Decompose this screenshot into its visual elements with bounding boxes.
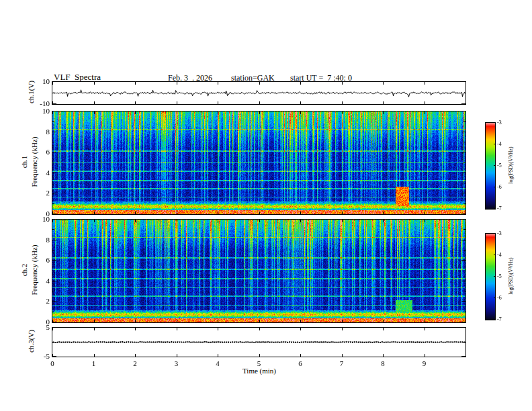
- x-tick-mark: [177, 101, 177, 104]
- y-tick-label: 6: [32, 256, 50, 264]
- y-tick-mark: [461, 327, 466, 328]
- x-tick-mark: [177, 111, 177, 114]
- x-tick-mark: [135, 82, 136, 85]
- y-tick-mark: [52, 152, 56, 152]
- x-tick-mark: [425, 212, 425, 214]
- x-tick-mark: [94, 82, 95, 85]
- y-tick-mark: [463, 312, 466, 312]
- colorbar-tick-label: -5: [497, 273, 502, 279]
- x-tick-mark: [177, 82, 177, 85]
- ch3-voltage-axis-label: ch.3(V): [27, 330, 35, 353]
- colorbar-tick-mark: [494, 298, 496, 298]
- y-tick-mark: [461, 193, 466, 193]
- x-tick-mark: [52, 220, 53, 222]
- x-tick-mark: [300, 212, 301, 214]
- y-tick-mark: [463, 93, 466, 93]
- x-tick-mark: [218, 111, 218, 114]
- y-tick-mark: [52, 260, 56, 261]
- x-tick-label: 8: [381, 359, 385, 367]
- x-tick-label: 4: [216, 359, 220, 367]
- colorbar-tick-mark: [494, 276, 496, 277]
- x-tick-mark: [218, 328, 218, 330]
- x-tick-mark: [466, 111, 466, 114]
- x-tick-mark: [342, 328, 343, 330]
- y-tick-label: 10: [32, 215, 50, 223]
- y-tick-mark: [461, 132, 466, 132]
- ch2-spectrogram-canvas: [52, 220, 466, 322]
- x-tick-mark: [383, 212, 384, 214]
- y-tick-mark: [52, 81, 56, 82]
- x-tick-mark: [135, 212, 136, 214]
- y-tick-mark: [463, 183, 466, 183]
- x-tick-mark: [52, 111, 53, 114]
- ch3-waveform-canvas: [52, 328, 466, 357]
- y-tick-mark: [52, 93, 54, 93]
- time-axis-label: Time (min): [242, 367, 276, 375]
- x-tick-mark: [425, 101, 425, 104]
- y-tick-mark: [52, 214, 56, 214]
- x-tick-label: 3: [175, 359, 179, 367]
- x-tick-mark: [94, 111, 95, 114]
- y-tick-mark: [463, 250, 466, 250]
- x-tick-mark: [218, 220, 218, 222]
- colorbar-tick-mark: [494, 319, 496, 320]
- colorbar-tick-mark: [494, 144, 496, 144]
- x-tick-mark: [135, 328, 136, 330]
- x-tick-mark: [466, 101, 466, 104]
- colorbar-tick-label: -4: [497, 252, 502, 258]
- ch3-waveform-panel: [52, 327, 466, 357]
- x-tick-mark: [259, 82, 260, 85]
- colorbar-tick-label: -5: [497, 163, 502, 169]
- ch1-spectrogram-canvas: [52, 111, 466, 214]
- y-tick-label: 8: [32, 236, 50, 244]
- colorbar-tick-label: -6: [497, 295, 502, 301]
- colorbar-tick-mark: [494, 187, 496, 187]
- x-tick-mark: [177, 212, 177, 214]
- x-tick-mark: [177, 354, 177, 357]
- ch2-frequency-axis-label: Frequency (kHz): [30, 245, 38, 295]
- y-tick-mark: [461, 301, 466, 302]
- y-tick-label: 8: [32, 128, 50, 136]
- y-tick-label: 10: [32, 77, 50, 85]
- x-tick-mark: [259, 111, 260, 114]
- y-tick-mark: [52, 281, 56, 281]
- y-tick-mark: [461, 103, 466, 104]
- x-tick-label: 5: [257, 359, 261, 367]
- y-tick-mark: [52, 203, 54, 204]
- y-tick-mark: [461, 260, 466, 261]
- x-tick-mark: [259, 320, 260, 322]
- x-tick-mark: [466, 82, 466, 85]
- x-tick-mark: [300, 82, 301, 85]
- y-tick-label: 2: [32, 297, 50, 305]
- x-tick-mark: [300, 111, 301, 114]
- x-tick-mark: [135, 111, 136, 114]
- x-tick-mark: [135, 320, 136, 322]
- x-tick-mark: [342, 354, 343, 357]
- x-tick-mark: [425, 82, 425, 85]
- x-tick-mark: [300, 220, 301, 222]
- x-tick-mark: [218, 320, 218, 322]
- y-tick-mark: [463, 203, 466, 204]
- y-tick-label: -5: [32, 352, 50, 360]
- colorbar-tick-label: -7: [497, 205, 502, 212]
- y-tick-mark: [463, 163, 466, 163]
- x-tick-mark: [300, 320, 301, 322]
- y-tick-mark: [461, 81, 466, 82]
- y-tick-mark: [52, 193, 56, 193]
- x-tick-label: 6: [298, 359, 302, 367]
- y-tick-label: 10: [32, 107, 50, 115]
- x-tick-label: 7: [340, 359, 344, 367]
- x-tick-mark: [135, 101, 136, 104]
- x-tick-mark: [177, 328, 177, 330]
- x-tick-mark: [259, 101, 260, 104]
- y-tick-mark: [461, 240, 466, 240]
- x-tick-mark: [52, 328, 53, 330]
- colorbar-tick-label: -4: [497, 141, 502, 147]
- y-tick-mark: [461, 281, 466, 281]
- y-tick-mark: [463, 229, 466, 230]
- y-tick-mark: [52, 240, 56, 240]
- y-tick-mark: [52, 219, 56, 220]
- x-tick-mark: [177, 320, 177, 322]
- y-tick-mark: [463, 121, 466, 122]
- ch1-colorbar: [485, 122, 496, 210]
